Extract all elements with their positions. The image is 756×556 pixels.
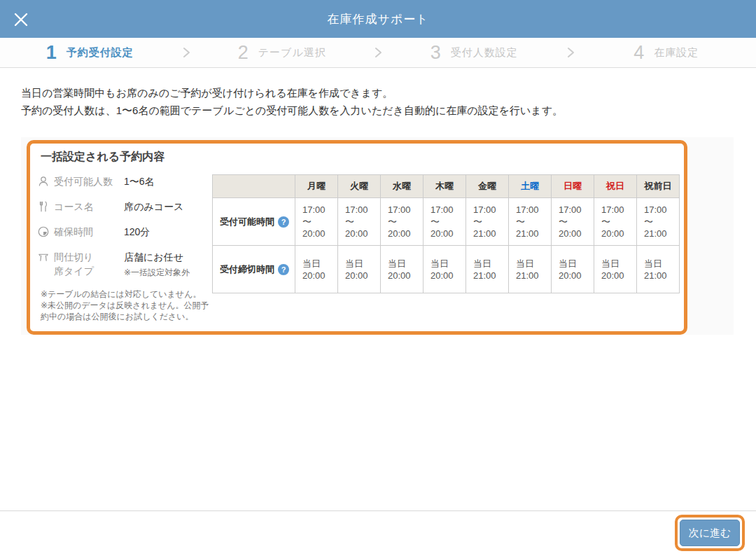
panel-title: 一括設定される予約内容 xyxy=(41,150,164,165)
page-description: 当日の営業時間中もお席のみのご予約が受け付けられる在庫を作成できます。 予約の受… xyxy=(21,84,563,119)
header-cell-tuesday: 火曜 xyxy=(338,175,381,198)
step-reservation-settings: 1 予約受付設定 xyxy=(0,43,180,62)
info-label: 確保時間 xyxy=(54,225,124,239)
time-cell: 17:00 〜 20:00 xyxy=(424,198,466,246)
time-cell: 17:00 〜 20:00 xyxy=(594,198,637,246)
description-line: 当日の営業時間中もお席のみのご予約が受け付けられる在庫を作成できます。 xyxy=(21,84,563,102)
footnote-line: ※テーブルの結合には対応していません。 xyxy=(41,289,216,300)
footer-divider xyxy=(0,510,756,511)
chevron-right-icon xyxy=(372,46,384,59)
next-button-highlight: 次に進む xyxy=(675,515,745,551)
panel-footnotes: ※テーブルの結合には対応していません。 ※未公開のデータは反映されません。公開予… xyxy=(41,289,216,322)
table-icon xyxy=(37,250,54,266)
header-cell-saturday: 土曜 xyxy=(509,175,552,198)
step-label: 在庫設定 xyxy=(654,46,699,60)
close-button[interactable] xyxy=(11,10,31,29)
header-cell-pre-holiday: 祝前日 xyxy=(637,175,680,198)
time-cell: 17:00 〜 21:00 xyxy=(509,198,552,246)
header-cell-blank xyxy=(213,175,295,198)
step-number: 4 xyxy=(634,43,644,62)
header-cell-sunday: 日曜 xyxy=(552,175,594,198)
chevron-right-icon xyxy=(180,46,192,59)
step-number: 2 xyxy=(238,43,248,62)
step-number: 1 xyxy=(46,43,57,62)
inventory-support-modal: 在庫作成サポート 1 予約受付設定 2 テーブル選択 3 受付人数設定 4 在庫… xyxy=(0,0,756,556)
info-row-course: コース名 席のみコース xyxy=(37,200,183,216)
time-cell: 17:00 〜 20:00 xyxy=(295,198,338,246)
time-cell: 当日 20:00 xyxy=(594,246,637,293)
info-label: コース名 xyxy=(54,200,124,214)
cutlery-icon xyxy=(37,200,54,216)
step-label: 受付人数設定 xyxy=(451,46,518,60)
table-header-row: 月曜 火曜 水曜 木曜 金曜 土曜 日曜 祝日 祝前日 xyxy=(213,175,680,198)
modal-title: 在庫作成サポート xyxy=(327,11,428,27)
step-label: テーブル選択 xyxy=(258,46,326,60)
header-cell-holiday: 祝日 xyxy=(594,175,637,198)
header-cell-thursday: 木曜 xyxy=(424,175,466,198)
close-icon xyxy=(13,12,29,27)
row-label-cell: 受付可能時間? xyxy=(213,198,295,246)
description-line: 予約の受付人数は、1〜6名の範囲でテーブルごとの受付可能人数を入力いただき自動的… xyxy=(21,102,563,119)
help-icon[interactable]: ? xyxy=(278,264,289,275)
footnote-line: ※未公開のデータは反映されません。公開予約中の場合は公開後にお試しください。 xyxy=(41,300,216,322)
modal-header: 在庫作成サポート xyxy=(0,0,756,38)
info-row-duration: 確保時間 120分 xyxy=(37,225,150,241)
info-value: 席のみコース xyxy=(124,200,183,214)
info-row-seat-type: 間仕切り 席タイプ 店舗にお任せ ※一括設定対象外 xyxy=(37,250,190,279)
row-label: 受付締切時間 xyxy=(220,264,274,274)
step-inventory-settings: 4 在庫設定 xyxy=(577,43,756,62)
batch-settings-panel: 一括設定される予約内容 受付可能人数 1〜6名 コース名 席のみコース xyxy=(27,140,687,335)
info-value: 120分 xyxy=(124,225,150,239)
next-button[interactable]: 次に進む xyxy=(680,520,740,546)
step-number: 3 xyxy=(430,43,441,62)
time-cell: 当日 20:00 xyxy=(381,246,424,293)
time-cell: 当日 21:00 xyxy=(637,246,680,293)
table-row-available-time: 受付可能時間? 17:00 〜 20:00 17:00 〜 20:00 17:0… xyxy=(213,198,680,246)
info-value: 店舗にお任せ xyxy=(124,251,183,263)
info-label: 受付可能人数 xyxy=(54,174,124,188)
time-cell: 17:00 〜 20:00 xyxy=(552,198,594,246)
table-row-deadline-time: 受付締切時間? 当日 20:00 当日 20:00 当日 20:00 当日 20… xyxy=(213,246,680,293)
time-cell: 当日 21:00 xyxy=(509,246,552,293)
schedule-table: 月曜 火曜 水曜 木曜 金曜 土曜 日曜 祝日 祝前日 受付可能時間? 17:0… xyxy=(212,174,680,293)
info-row-capacity: 受付可能人数 1〜6名 xyxy=(37,174,155,190)
time-cell: 17:00 〜 21:00 xyxy=(466,198,509,246)
info-value-note: ※一括設定対象外 xyxy=(124,265,190,279)
header-cell-wednesday: 水曜 xyxy=(381,175,424,198)
stepper: 1 予約受付設定 2 テーブル選択 3 受付人数設定 4 在庫設定 xyxy=(0,38,756,68)
header-cell-monday: 月曜 xyxy=(295,175,338,198)
step-table-select: 2 テーブル選択 xyxy=(192,43,372,62)
person-icon xyxy=(37,174,54,190)
time-cell: 17:00 〜 20:00 xyxy=(381,198,424,246)
time-cell: 当日 21:00 xyxy=(466,246,509,293)
row-label-cell: 受付締切時間? xyxy=(213,246,295,293)
row-label: 受付可能時間 xyxy=(220,216,274,227)
time-cell: 17:00 〜 20:00 xyxy=(338,198,381,246)
time-cell: 当日 20:00 xyxy=(295,246,338,293)
chevron-right-icon xyxy=(564,46,577,59)
info-label: 間仕切り 席タイプ xyxy=(54,250,124,278)
clock-icon xyxy=(37,225,54,241)
time-cell: 当日 20:00 xyxy=(424,246,466,293)
step-capacity-settings: 3 受付人数設定 xyxy=(384,43,564,62)
step-label: 予約受付設定 xyxy=(66,46,134,60)
help-icon[interactable]: ? xyxy=(278,216,289,228)
time-cell: 17:00 〜 21:00 xyxy=(637,198,680,246)
time-cell: 当日 20:00 xyxy=(338,246,381,293)
info-value: 1〜6名 xyxy=(124,174,155,188)
time-cell: 当日 20:00 xyxy=(552,246,594,293)
header-cell-friday: 金曜 xyxy=(466,175,509,198)
